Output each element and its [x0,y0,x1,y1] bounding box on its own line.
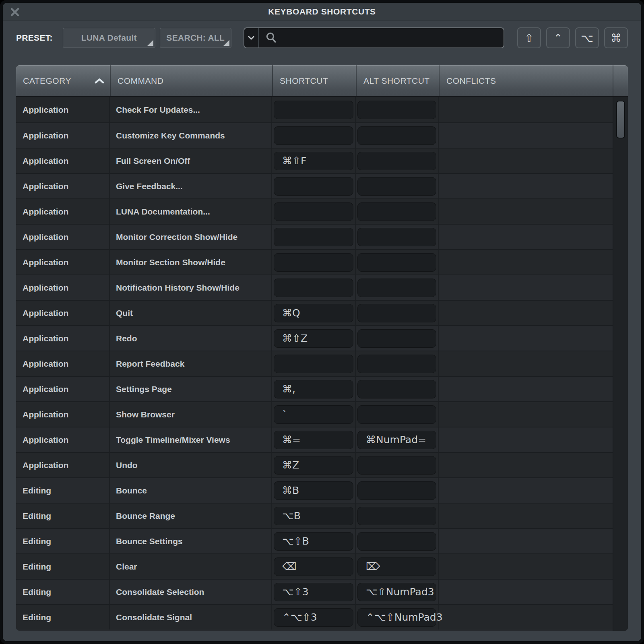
row-command: Show Browser [116,410,175,419]
modifier-filter-buttons: ⇧ ⌃ ⌥ ⌘ [517,27,628,48]
shortcut-field[interactable]: ⌥B [274,507,353,525]
preset-value: LUNA Default [81,33,137,43]
column-header-command[interactable]: COMMAND [110,65,272,96]
row-command: Give Feedback... [116,182,183,191]
row-command: Quit [116,308,133,318]
shortcut-field[interactable] [274,126,353,145]
close-button[interactable] [9,6,21,18]
dialog-title: KEYBOARD SHORTCUTS [268,7,376,17]
shortcut-field[interactable] [274,101,353,119]
row-command: Undo [116,460,138,470]
row-category: Editing [23,613,51,622]
shortcut-field[interactable]: ⌘, [274,380,353,398]
row-category: Editing [23,587,51,597]
row-category: Editing [23,511,51,521]
alt-shortcut-field[interactable] [357,481,436,500]
table-row: Application Monitor Correction Show/Hide [16,224,613,249]
shortcut-field[interactable] [274,279,353,297]
alt-shortcut-field[interactable]: ⌘NumPad= [357,431,436,449]
shortcut-field[interactable]: ⌃⌥⇧3 [274,608,353,627]
alt-shortcut-field[interactable] [357,228,436,246]
keyboard-shortcuts-dialog: KEYBOARD SHORTCUTS PRESET: LUNA Default … [3,3,641,641]
alt-shortcut-field[interactable] [357,101,436,119]
shortcut-field[interactable]: ⌘= [274,431,353,449]
row-category: Application [23,156,68,166]
column-header-category[interactable]: CATEGORY [16,65,110,96]
row-command: Clear [116,562,137,572]
table-rows: Application Check For Updates... Applica… [16,97,613,630]
alt-shortcut-field[interactable] [357,355,436,373]
alt-shortcut-field[interactable] [357,279,436,297]
shortcut-field[interactable]: ⌥⇧3 [274,583,353,601]
table-row: Application LUNA Documentation... [16,198,613,224]
alt-shortcut-field[interactable] [357,126,436,145]
alt-shortcut-field[interactable] [357,202,436,221]
alt-shortcut-field[interactable] [357,329,436,348]
control-filter-button[interactable]: ⌃ [546,27,570,48]
shortcut-field[interactable] [274,177,353,196]
shortcut-field[interactable]: ⌘Z [274,456,353,475]
table-row: Editing Bounce Settings ⌥⇧B [16,528,613,553]
alt-shortcut-field[interactable] [357,532,436,551]
row-command: Monitor Correction Show/Hide [116,232,237,242]
control-icon: ⌃ [553,32,563,44]
table-row: Application Give Feedback... [16,173,613,198]
table-row: Application Full Screen On/Off ⌘⇧F [16,148,613,173]
row-category: Application [23,258,68,267]
shortcut-field[interactable]: ⌘⇧Z [274,329,353,348]
search-filter-dropdown[interactable]: SEARCH: ALL [160,28,231,48]
table-body: Application Check For Updates... Applica… [16,97,628,631]
scrollbar-thumb[interactable] [616,101,625,138]
table-row: Application Notification History Show/Hi… [16,275,613,300]
shortcut-field[interactable] [274,355,353,373]
shortcut-field[interactable] [274,228,353,246]
row-command: LUNA Documentation... [116,207,210,217]
chevron-down-icon [248,36,254,40]
shortcut-field[interactable] [274,202,353,221]
table-row: Application Monitor Section Show/Hide [16,249,613,275]
window-frame: KEYBOARD SHORTCUTS PRESET: LUNA Default … [0,0,644,644]
shortcut-field[interactable]: ⌘B [274,481,353,500]
shortcut-field[interactable]: ⌥⇧B [274,532,353,551]
alt-shortcut-field[interactable] [357,380,436,398]
shortcut-field[interactable]: ` [274,405,353,424]
alt-shortcut-field[interactable] [357,304,436,322]
alt-shortcut-field[interactable] [357,507,436,525]
row-category: Application [23,182,68,191]
search-box [244,27,504,48]
option-filter-button[interactable]: ⌥ [575,27,599,48]
column-header-conflicts[interactable]: CONFLICTS [439,65,613,96]
column-header-alt-shortcut[interactable]: ALT SHORTCUT [356,65,439,96]
alt-shortcut-field[interactable] [357,152,436,170]
command-icon: ⌘ [611,32,621,44]
shortcut-field[interactable]: ⌘⇧F [274,152,353,170]
row-command: Settings Page [116,384,172,394]
column-header-shortcut[interactable]: SHORTCUT [272,65,356,96]
dropdown-corner-icon [147,40,153,46]
row-category: Application [23,105,68,115]
row-category: Application [23,384,68,394]
shortcut-field[interactable]: ⌫ [274,557,353,576]
table-row: Application Show Browser ` [16,401,613,427]
alt-shortcut-field[interactable] [357,456,436,475]
table-row: Application Undo ⌘Z [16,452,613,477]
search-input[interactable] [282,33,504,43]
alt-shortcut-field[interactable] [357,405,436,424]
alt-shortcut-field[interactable] [357,253,436,272]
search-history-button[interactable] [244,28,259,47]
row-category: Application [23,435,68,445]
shift-filter-button[interactable]: ⇧ [517,27,541,48]
alt-shortcut-field[interactable] [357,177,436,196]
shortcut-field[interactable] [274,253,353,272]
row-command: Bounce Range [116,511,175,521]
alt-shortcut-field[interactable]: ⌦ [357,557,436,576]
shortcut-field[interactable]: ⌘Q [274,304,353,322]
preset-dropdown[interactable]: LUNA Default [63,28,155,48]
alt-shortcut-field[interactable]: ⌃⌥⇧NumPad3 [357,608,436,627]
table-row: Application Settings Page ⌘, [16,376,613,401]
search-icon [265,32,277,44]
scrollbar-track[interactable] [613,97,628,631]
alt-shortcut-field[interactable]: ⌥⇧NumPad3 [357,583,436,601]
command-filter-button[interactable]: ⌘ [604,27,628,48]
row-command: Consolidate Signal [116,613,192,622]
